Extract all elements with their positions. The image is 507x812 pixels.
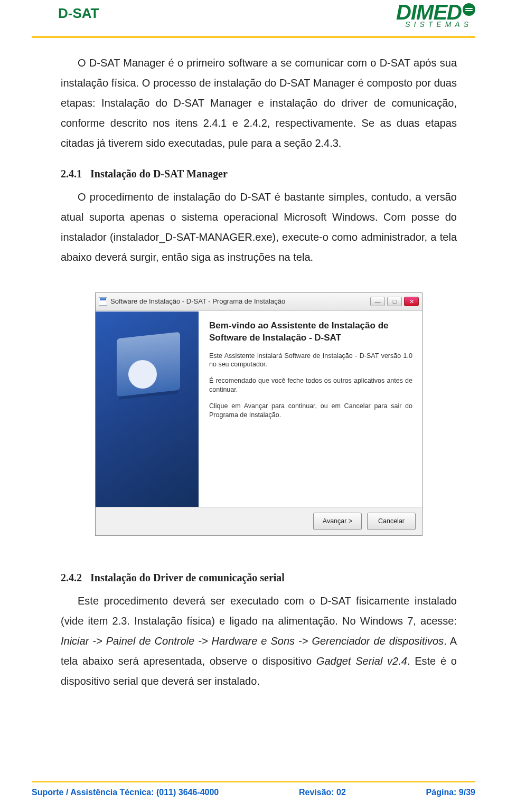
brand-subtitle: SISTEMAS xyxy=(396,20,475,29)
section-2-4-2-heading: 2.4.2Instalação do Driver de comunicação… xyxy=(61,568,457,588)
cancel-button[interactable]: Cancelar xyxy=(367,513,416,531)
minimize-button[interactable]: — xyxy=(370,297,385,306)
wizard-button-row: Avançar > Cancelar xyxy=(96,507,422,536)
installer-app-icon xyxy=(99,297,107,306)
brand-mark-icon xyxy=(463,3,475,16)
wizard-para-2: É recomendado que você feche todos os ou… xyxy=(209,376,412,394)
page-label: Página: xyxy=(426,788,459,797)
section-2-4-1-heading: 2.4.1Instalação do D-SAT Manager xyxy=(61,164,457,184)
section-number: 2.4.1 xyxy=(61,164,90,184)
wizard-content: Bem-vindo ao Assistente de Instalação de… xyxy=(199,311,422,507)
p3-part-a: Este procedimento deverá ser executado c… xyxy=(61,595,457,627)
section-title: Instalação do Driver de comunicação seri… xyxy=(90,572,285,583)
wizard-heading: Bem-vindo ao Assistente de Instalação de… xyxy=(209,320,412,344)
page-header: D-SAT DIMED SISTEMAS xyxy=(0,0,507,37)
footer-support: Suporte / Assistência Técnica: (011) 364… xyxy=(32,788,219,797)
footer-revision: Revisão: 02 xyxy=(299,788,346,797)
section-number: 2.4.2 xyxy=(61,568,90,588)
page-current: 9 xyxy=(459,788,464,797)
close-button[interactable]: ✕ xyxy=(404,297,419,306)
page-footer: Suporte / Assistência Técnica: (011) 364… xyxy=(32,781,475,797)
footer-page: Página: 9/39 xyxy=(426,788,475,797)
paragraph-2-4-2: Este procedimento deverá ser executado c… xyxy=(61,591,457,691)
page-total: 39 xyxy=(466,788,475,797)
p3-device-name: Gadget Serial v2.4 xyxy=(316,655,407,667)
wizard-para-1: Este Assistente instalará Software de In… xyxy=(209,352,412,370)
p3-menu-path: Iniciar -> Painel de Controle -> Hardwar… xyxy=(61,635,444,647)
paragraph-2-4-1: O procedimento de instalação do D-SAT é … xyxy=(61,187,457,267)
wizard-side-graphic xyxy=(96,311,199,507)
installer-screenshot: Software de Instalação - D-SAT - Program… xyxy=(95,292,422,536)
wizard-para-3: Clique em Avançar para continuar, ou em … xyxy=(209,402,412,420)
section-title: Instalação do D-SAT Manager xyxy=(90,168,228,180)
brand-logo: DIMED SISTEMAS xyxy=(396,3,475,29)
window-title: Software de Instalação - D-SAT - Program… xyxy=(110,295,370,308)
maximize-button[interactable]: □ xyxy=(387,297,402,306)
window-controls: — □ ✕ xyxy=(370,297,419,306)
header-divider xyxy=(32,36,475,38)
installer-window: Software de Instalação - D-SAT - Program… xyxy=(95,292,422,536)
next-button[interactable]: Avançar > xyxy=(313,513,362,531)
document-body: O D-SAT Manager é o primeiro software a … xyxy=(0,37,507,691)
paragraph-intro: O D-SAT Manager é o primeiro software a … xyxy=(61,53,457,153)
titlebar: Software de Instalação - D-SAT - Program… xyxy=(96,293,422,311)
